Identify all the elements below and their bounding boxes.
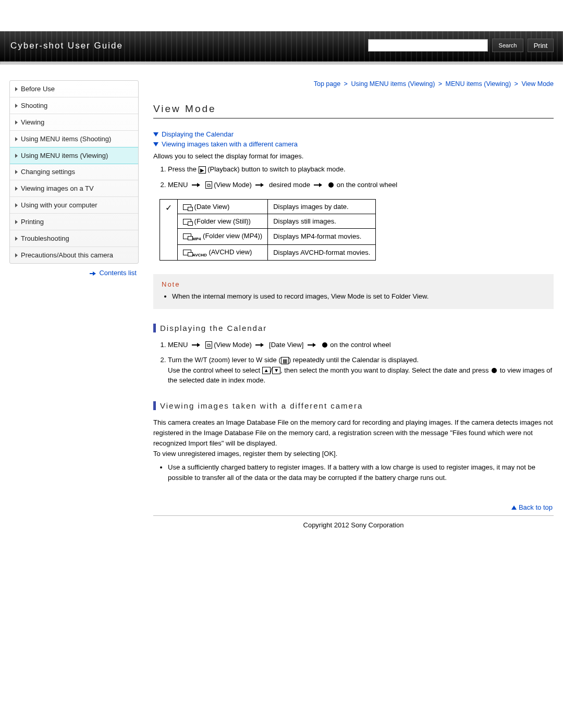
- sidebar-item-label: Precautions/About this camera: [21, 251, 113, 259]
- triangle-down-icon: [153, 142, 158, 146]
- main-steps: Press the ▶ (Playback) button to switch …: [153, 164, 554, 190]
- view-mode-icon: ⧉: [205, 341, 212, 349]
- calendar-step-1: MENU ⧉ (View Mode) [Date View] on the co…: [168, 340, 554, 350]
- arrow-right-icon: [90, 272, 97, 276]
- arrow-icon: [192, 343, 201, 347]
- sidebar-item-label: Shooting: [21, 102, 47, 109]
- sidebar-item-precautions[interactable]: Precautions/About this camera: [10, 247, 138, 263]
- section-title-calendar: Displaying the Calendar: [153, 324, 554, 332]
- caret-right-icon: [15, 87, 18, 91]
- folder-mp4-icon: [183, 233, 191, 239]
- caret-right-icon: [15, 120, 18, 125]
- mode-desc-cell: Displays images by date.: [268, 200, 376, 214]
- caret-right-icon: [15, 253, 18, 257]
- arrow-icon: [255, 343, 265, 347]
- contents-list-link[interactable]: Contents list: [99, 269, 137, 277]
- caret-right-icon: [15, 154, 18, 158]
- up-icon: ▲: [262, 367, 271, 374]
- sidebar: Before Use Shooting Viewing Using MENU i…: [9, 80, 139, 560]
- mode-name-cell: (Folder view (Still)): [178, 214, 268, 229]
- mode-name-cell: MP4 (Folder view (MP4)): [178, 229, 268, 245]
- sidebar-item-before-use[interactable]: Before Use: [10, 81, 138, 97]
- breadcrumb-sep: >: [344, 80, 348, 88]
- copyright-text: Copyright 2012 Sony Corporation: [303, 521, 404, 529]
- sidebar-item-label: Before Use: [21, 85, 55, 93]
- footer: Copyright 2012 Sony Corporation: [153, 516, 554, 560]
- index-icon: ▦: [281, 357, 289, 364]
- avchd-icon: [183, 250, 191, 255]
- step-2: MENU ⧉ (View Mode) desired mode on the c…: [168, 180, 554, 190]
- breadcrumb: Top page > Using MENU items (Viewing) > …: [153, 80, 554, 88]
- search-button[interactable]: Search: [492, 39, 523, 52]
- section-title-different-camera: Viewing images taken with a different ca…: [153, 401, 554, 410]
- note-box: Note When the internal memory is used to…: [153, 274, 554, 309]
- main-content: Top page > Using MENU items (Viewing) > …: [153, 80, 554, 560]
- breadcrumb-link[interactable]: Using MENU items (Viewing): [351, 80, 435, 88]
- caret-right-icon: [15, 187, 18, 191]
- arrow-icon: [255, 183, 265, 187]
- sec2-p2: To view unregistered images, register th…: [153, 449, 554, 459]
- back-to-top-link[interactable]: Back to top: [519, 503, 553, 511]
- breadcrumb-sep: >: [515, 80, 518, 88]
- check-icon: ✓: [165, 203, 172, 212]
- step-1: Press the ▶ (Playback) button to switch …: [168, 164, 554, 175]
- anchor-link-different-camera[interactable]: Viewing images taken with a different ca…: [162, 140, 298, 148]
- back-to-top-row: Back to top: [153, 499, 554, 516]
- view-mode-icon: ⧉: [205, 181, 212, 189]
- contents-list-row: Contents list: [9, 264, 139, 277]
- sidebar-item-label: Viewing images on a TV: [21, 184, 94, 192]
- caret-right-icon: [15, 170, 18, 174]
- anchor-link-row: Viewing images taken with a different ca…: [153, 140, 554, 148]
- section-body-calendar: MENU ⧉ (View Mode) [Date View] on the co…: [153, 340, 554, 386]
- app-title: Cyber-shot User Guide: [10, 41, 123, 51]
- mode-desc-cell: Displays still images.: [268, 214, 376, 229]
- caret-right-icon: [15, 220, 18, 224]
- mode-name-cell: (Date View): [178, 200, 268, 214]
- triangle-down-icon: [153, 132, 158, 137]
- search-input[interactable]: [368, 39, 488, 52]
- sidebar-item-shooting[interactable]: Shooting: [10, 97, 138, 114]
- sidebar-item-tv[interactable]: Viewing images on a TV: [10, 180, 138, 197]
- view-mode-table: ✓ (Date View) Displays images by date. (…: [160, 199, 376, 261]
- side-nav: Before Use Shooting Viewing Using MENU i…: [9, 80, 139, 264]
- sidebar-item-computer[interactable]: Using with your computer: [10, 197, 138, 214]
- sidebar-item-label: Changing settings: [21, 168, 75, 176]
- page-title: View Mode: [153, 103, 554, 119]
- sec2-bullet: Use a sufficiently charged battery to re…: [168, 462, 554, 483]
- table-row: AVCHD (AVCHD view) Displays AVCHD-format…: [160, 244, 376, 261]
- center-button-icon: [492, 368, 497, 373]
- sidebar-item-label: Viewing: [21, 118, 44, 126]
- sidebar-item-printing[interactable]: Printing: [10, 214, 138, 230]
- section-body-different-camera: This camera creates an Image Database Fi…: [153, 417, 554, 484]
- breadcrumb-link[interactable]: MENU items (Viewing): [446, 80, 511, 88]
- center-button-icon: [322, 342, 327, 348]
- sidebar-item-label: Using with your computer: [21, 201, 97, 209]
- sidebar-item-menu-viewing[interactable]: Using MENU items (Viewing): [9, 147, 139, 164]
- breadcrumb-current: View Mode: [521, 80, 554, 88]
- breadcrumb-sep: >: [438, 80, 442, 88]
- mode-desc-cell: Displays MP4-format movies.: [268, 229, 376, 245]
- playback-icon: ▶: [199, 166, 206, 174]
- date-view-icon: [183, 204, 191, 210]
- mode-name-cell: AVCHD (AVCHD view): [178, 244, 268, 261]
- folder-still-icon: [183, 219, 191, 225]
- sec2-p1: This camera creates an Image Database Fi…: [153, 417, 554, 449]
- sidebar-item-viewing[interactable]: Viewing: [10, 114, 138, 131]
- sidebar-item-label: Troubleshooting: [21, 235, 69, 242]
- arrow-icon: [308, 343, 317, 347]
- anchor-link-calendar[interactable]: Displaying the Calendar: [162, 130, 234, 138]
- print-button[interactable]: Print: [528, 39, 554, 52]
- sidebar-item-changing-settings[interactable]: Changing settings: [10, 164, 138, 180]
- sidebar-item-menu-shooting[interactable]: Using MENU items (Shooting): [10, 131, 138, 147]
- calendar-step-2: Turn the W/T (zoom) lever to W side (▦) …: [168, 355, 554, 386]
- down-icon: ▼: [272, 367, 280, 374]
- caret-right-icon: [15, 237, 18, 241]
- caret-right-icon: [15, 137, 18, 141]
- breadcrumb-link[interactable]: Top page: [314, 80, 340, 88]
- header-controls: Search Print: [368, 39, 554, 52]
- sidebar-item-troubleshooting[interactable]: Troubleshooting: [10, 230, 138, 247]
- header-bar: Cyber-shot User Guide Search Print: [0, 31, 563, 61]
- intro-text: Allows you to select the display format …: [153, 152, 554, 160]
- triangle-up-icon: [511, 505, 517, 510]
- arrow-icon: [314, 183, 323, 187]
